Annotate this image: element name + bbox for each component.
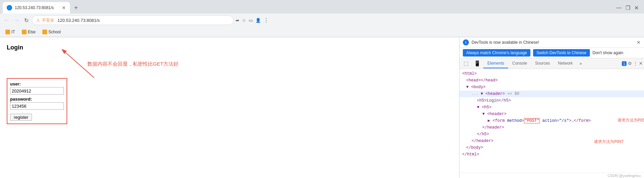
dom-body-close[interactable]: </body>: [459, 144, 644, 151]
window-close-button[interactable]: ✕: [634, 5, 639, 11]
dom-h5-close[interactable]: </h5>: [459, 131, 644, 138]
window-controls: — ❐ ✕: [616, 5, 641, 11]
bookmark-else[interactable]: Else: [19, 29, 38, 35]
dom-h5-login[interactable]: <h5>Login</h5>: [459, 97, 644, 104]
notification-text: DevTools is now available in Chinese!: [472, 40, 539, 45]
annotation-text: 数据内容不会回显，私密性比GET方法好: [87, 61, 178, 67]
dont-show-again-link[interactable]: Don't show again: [593, 50, 623, 55]
more-options-icon[interactable]: ⋮: [633, 61, 638, 66]
password-group: password:: [10, 97, 64, 110]
tab-sources[interactable]: Sources: [531, 59, 554, 68]
devtools-panel: i DevTools is now available in Chinese! …: [459, 37, 644, 178]
page-content: Login 数据内容不会回显，私密性比GET方法好 user:: [0, 37, 459, 178]
switch-language-button[interactable]: Switch DevTools to Chinese: [533, 49, 590, 57]
address-bar: ← → ↻ ⚠ 不安全 120.53.240.73:8081/s ➦ ☆ ▭ 👤…: [0, 13, 644, 27]
insecure-label: 不安全: [42, 17, 54, 23]
settings-icon[interactable]: ⚙: [628, 61, 632, 66]
window-minimize-button[interactable]: —: [616, 5, 621, 11]
more-tabs-button[interactable]: »: [577, 59, 585, 68]
password-label: password:: [10, 97, 64, 102]
tab-favicon: 🌐: [7, 5, 12, 10]
cast-icon[interactable]: ▭: [249, 18, 253, 23]
login-form: user: password: register: [7, 78, 67, 124]
devtools-notification: i DevTools is now available in Chinese! …: [459, 37, 644, 48]
bookmark-it-label: IT: [11, 30, 15, 34]
post-annotation: 请求方法为POST: [617, 117, 644, 123]
user-label: user:: [10, 81, 64, 86]
forward-button[interactable]: →: [13, 16, 21, 25]
profile-icon[interactable]: 👤: [255, 18, 261, 23]
dom-html-close[interactable]: </html>: [459, 151, 644, 158]
console-badge: 1: [622, 61, 627, 66]
devtools-right-icons: 1 ⚙ ⋮ ✕: [622, 61, 643, 66]
back-button[interactable]: ←: [3, 16, 11, 25]
tab-title: 120.53.240.73:8081/s: [15, 5, 59, 10]
match-language-button[interactable]: Always match Chrome's language: [463, 49, 530, 57]
devtools-dom-content: <html> <head></head> ▼ <body> ... ▼ <hea…: [459, 69, 644, 173]
address-box[interactable]: ⚠ 不安全 120.53.240.73:8081/s: [32, 15, 234, 25]
dom-form-line[interactable]: ▶ <form method="POST" action="/s">…</for…: [459, 117, 644, 124]
tab-network[interactable]: Network: [554, 59, 577, 68]
bookmark-else-label: Else: [28, 30, 36, 34]
main-area: Login 数据内容不会回显，私密性比GET方法好 user:: [0, 37, 644, 178]
notification-close-button[interactable]: ✕: [637, 40, 641, 45]
user-input[interactable]: [10, 87, 64, 95]
post-method-annotation: 请求方法为POST: [594, 139, 624, 145]
devtools-footer: CSDN @yuelinghou: [459, 173, 644, 178]
tab-bar: 🌐 120.53.240.73:8081/s ✕ + — ❐ ✕: [0, 0, 644, 13]
dom-header-selected[interactable]: ... ▼ <header> == $0: [459, 91, 644, 97]
bookmark-else-icon: [22, 30, 27, 34]
device-toggle-icon[interactable]: 📱: [471, 58, 483, 69]
dom-html-open[interactable]: <html>: [459, 70, 644, 77]
devtools-lang-bar: Always match Chrome's language Switch De…: [459, 48, 644, 58]
url-display: 120.53.240.73:8081/s: [57, 18, 100, 23]
info-icon: i: [463, 39, 469, 45]
tab-elements[interactable]: Elements: [483, 59, 508, 68]
security-warning-icon: ⚠: [36, 18, 40, 23]
dom-h5-open[interactable]: ▼ <h5>: [459, 104, 644, 111]
bookmarks-bar: IT Else School: [0, 27, 644, 37]
dom-header-inner-open[interactable]: ▼ <header>: [459, 111, 644, 117]
tab-close-button[interactable]: ✕: [62, 5, 66, 10]
footer-credit: CSDN @yuelinghou: [607, 174, 641, 178]
dom-body-open[interactable]: ▼ <body>: [459, 84, 644, 91]
devtools-tabs: ⬚ 📱 Elements Console Sources Network » 1…: [459, 58, 644, 69]
bookmark-school-label: School: [48, 30, 61, 34]
bookmark-icon[interactable]: ☆: [242, 18, 246, 23]
dom-header-inner-close[interactable]: </header>: [459, 124, 644, 131]
window-maximize-button[interactable]: ❐: [626, 5, 630, 11]
inspect-element-icon[interactable]: ⬚: [461, 58, 471, 69]
bookmark-school[interactable]: School: [40, 29, 64, 35]
active-tab[interactable]: 🌐 120.53.240.73:8081/s ✕: [3, 2, 70, 13]
annotation-container: 数据内容不会回显，私密性比GET方法好: [61, 47, 128, 82]
refresh-button[interactable]: ↻: [23, 16, 30, 25]
bookmark-it-icon: [5, 30, 10, 34]
new-tab-button[interactable]: +: [71, 3, 81, 12]
password-input[interactable]: [10, 102, 64, 110]
menu-icon[interactable]: ⋮: [264, 17, 269, 24]
browser-chrome: 🌐 120.53.240.73:8081/s ✕ + — ❐ ✕ ← → ↻ ⚠…: [0, 0, 644, 37]
register-button[interactable]: register: [10, 114, 32, 121]
user-group: user:: [10, 81, 64, 95]
tab-console[interactable]: Console: [508, 59, 531, 68]
toolbar-icons: ➦ ☆ ▭ 👤 ⋮: [236, 17, 269, 24]
bookmark-school-icon: [42, 30, 47, 34]
close-devtools-button[interactable]: ✕: [639, 61, 643, 66]
bookmark-it[interactable]: IT: [3, 29, 18, 35]
dom-head[interactable]: <head></head>: [459, 77, 644, 84]
share-icon[interactable]: ➦: [236, 18, 239, 23]
